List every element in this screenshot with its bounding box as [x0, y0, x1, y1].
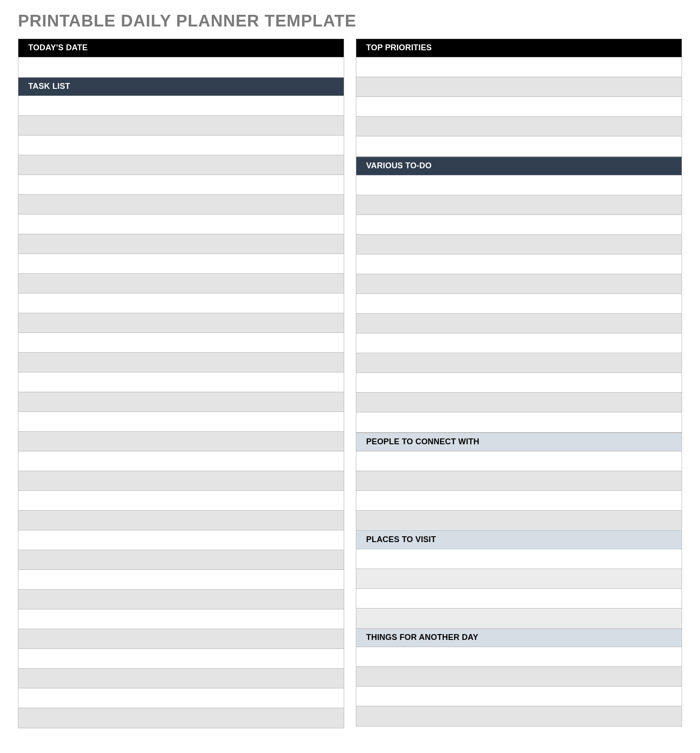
task-list-input[interactable] — [26, 649, 336, 668]
things-another-day-row — [356, 647, 682, 667]
task-list-input[interactable] — [26, 412, 336, 431]
task-list-input[interactable] — [26, 254, 336, 273]
task-list-input[interactable] — [26, 136, 336, 155]
people-connect-row — [356, 511, 682, 530]
various-todo-input[interactable] — [364, 215, 674, 234]
various-todo-input[interactable] — [364, 254, 674, 274]
various-todo-input[interactable] — [364, 274, 674, 293]
places-visit-row — [356, 549, 682, 569]
top-priorities-input[interactable] — [364, 57, 674, 77]
page-title: PRINTABLE DAILY PLANNER TEMPLATE — [18, 12, 682, 31]
task-list-row — [18, 372, 344, 392]
task-list-row — [18, 254, 344, 274]
people-connect-row — [356, 451, 682, 471]
top-priorities-input[interactable] — [364, 117, 674, 136]
task-list-row — [18, 688, 344, 708]
top-priorities-rows — [356, 57, 682, 156]
various-todo-input[interactable] — [364, 235, 674, 254]
task-list-input[interactable] — [26, 175, 336, 194]
task-list-input[interactable] — [26, 392, 336, 412]
task-list-row — [18, 491, 344, 511]
task-list-input[interactable] — [26, 530, 336, 550]
task-list-input[interactable] — [26, 609, 336, 629]
places-visit-header: PLACES TO VISIT — [356, 531, 682, 549]
task-list-input[interactable] — [26, 491, 336, 510]
various-todo-input[interactable] — [364, 333, 674, 353]
task-list-input[interactable] — [26, 313, 336, 333]
task-list-input[interactable] — [26, 274, 336, 293]
various-todo-row — [356, 215, 682, 235]
things-another-day-input[interactable] — [364, 687, 674, 706]
task-list-input[interactable] — [26, 215, 336, 234]
task-list-input[interactable] — [26, 708, 336, 728]
people-connect-input[interactable] — [364, 491, 674, 510]
top-priorities-input[interactable] — [364, 97, 674, 116]
people-connect-block: PEOPLE TO CONNECT WITH — [356, 433, 682, 531]
various-todo-input[interactable] — [364, 195, 674, 215]
places-visit-input[interactable] — [364, 569, 674, 588]
places-visit-input[interactable] — [364, 589, 674, 608]
task-list-input[interactable] — [26, 293, 336, 313]
various-todo-row — [356, 333, 682, 353]
various-todo-input[interactable] — [364, 393, 674, 412]
people-connect-input[interactable] — [364, 451, 674, 471]
task-list-row — [18, 471, 344, 491]
task-list-row — [18, 511, 344, 530]
people-connect-input[interactable] — [364, 511, 674, 530]
places-visit-input[interactable] — [364, 549, 674, 569]
task-list-input[interactable] — [26, 570, 336, 589]
task-list-input[interactable] — [26, 688, 336, 708]
task-list-input[interactable] — [26, 96, 336, 115]
todays-date-input[interactable] — [26, 57, 336, 77]
task-list-input[interactable] — [26, 432, 336, 451]
people-connect-rows — [356, 451, 682, 530]
task-list-row — [18, 570, 344, 590]
task-list-input[interactable] — [26, 353, 336, 372]
task-list-input[interactable] — [26, 629, 336, 648]
places-visit-input[interactable] — [364, 609, 674, 628]
things-another-day-input[interactable] — [364, 647, 674, 666]
various-todo-row — [356, 235, 682, 254]
task-list-input[interactable] — [26, 234, 336, 254]
task-list-input[interactable] — [26, 451, 336, 471]
task-list-row — [18, 195, 344, 215]
top-priorities-block: TOP PRIORITIES — [356, 39, 682, 157]
task-list-row — [18, 649, 344, 669]
things-another-day-input[interactable] — [364, 706, 674, 726]
various-todo-input[interactable] — [364, 373, 674, 392]
various-todo-input[interactable] — [364, 175, 674, 195]
task-list-input[interactable] — [26, 333, 336, 352]
various-todo-row — [356, 353, 682, 373]
various-todo-input[interactable] — [364, 353, 674, 372]
various-todo-block: VARIOUS TO-DO — [356, 157, 682, 433]
todays-date-row — [18, 57, 344, 77]
columns: TODAY'S DATE TASK LIST TOP PRIORITIES VA… — [18, 39, 682, 728]
places-visit-row — [356, 589, 682, 609]
task-list-input[interactable] — [26, 590, 336, 609]
task-list-input[interactable] — [26, 511, 336, 530]
task-list-input[interactable] — [26, 550, 336, 569]
things-another-day-input[interactable] — [364, 667, 674, 686]
top-priorities-row — [356, 57, 682, 77]
task-list-input[interactable] — [26, 669, 336, 688]
things-another-day-rows — [356, 647, 682, 726]
task-list-input[interactable] — [26, 155, 336, 175]
task-list-input[interactable] — [26, 372, 336, 392]
various-todo-input[interactable] — [364, 412, 674, 432]
top-priorities-input[interactable] — [364, 77, 674, 96]
top-priorities-input[interactable] — [364, 136, 674, 156]
task-list-row — [18, 590, 344, 609]
task-list-row — [18, 708, 344, 728]
people-connect-input[interactable] — [364, 471, 674, 490]
task-list-row — [18, 629, 344, 649]
top-priorities-header: TOP PRIORITIES — [356, 39, 682, 57]
task-list-input[interactable] — [26, 471, 336, 490]
various-todo-input[interactable] — [364, 314, 674, 333]
people-connect-row — [356, 491, 682, 511]
task-list-row — [18, 175, 344, 195]
task-list-input[interactable] — [26, 116, 336, 135]
task-list-row — [18, 215, 344, 234]
various-todo-input[interactable] — [364, 294, 674, 313]
task-list-row — [18, 313, 344, 333]
task-list-input[interactable] — [26, 195, 336, 214]
